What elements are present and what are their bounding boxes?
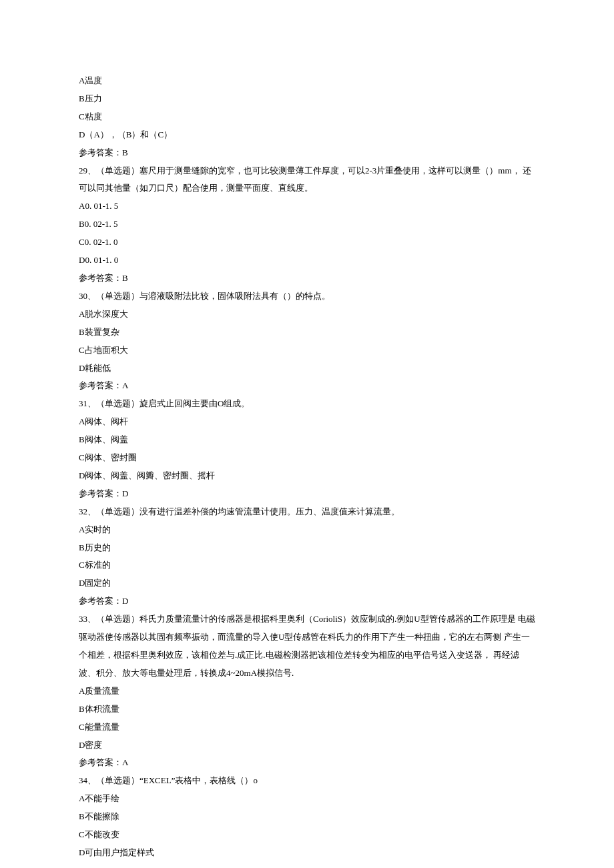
text-line: A实时的 — [79, 521, 535, 539]
text-line: C0. 02-1. 0 — [79, 234, 535, 252]
text-line: D耗能低 — [79, 360, 535, 378]
text-line: D密度 — [79, 737, 535, 755]
answer-line: 参考答案：B — [79, 270, 535, 288]
question-line: 32、（单选题）没有进行温差补偿的均速管流量计使用。压力、温度值来计算流量。 — [79, 503, 535, 521]
text-line: B体积流量 — [79, 701, 535, 719]
text-line: A0. 01-1. 5 — [79, 197, 535, 215]
text-line: C能量流量 — [79, 719, 535, 737]
answer-line: 参考答案：A — [79, 754, 535, 772]
text-line: A阀体、阀杆 — [79, 413, 535, 431]
text-line: D0. 01-1. 0 — [79, 252, 535, 270]
text-line: D（A），（B）和（C） — [79, 126, 535, 144]
text-line: C占地面积大 — [79, 342, 535, 360]
answer-line: 参考答案：D — [79, 485, 535, 503]
text-line: C不能改变 — [79, 826, 535, 844]
answer-line: 参考答案：B — [79, 144, 535, 162]
text-line: B历史的 — [79, 539, 535, 557]
text-line: B不能擦除 — [79, 808, 535, 826]
text-line: A脱水深度大 — [79, 306, 535, 324]
text-line: C标准的 — [79, 556, 535, 574]
text-line: D阀体、阀盖、阀瓣、密封圈、摇杆 — [79, 467, 535, 485]
answer-line: 参考答案：D — [79, 592, 535, 610]
question-line: 34、（单选题）“EXCEL”表格中，表格线（）o — [79, 772, 535, 790]
text-line: A质量流量 — [79, 683, 535, 701]
text-line: B0. 02-1. 5 — [79, 215, 535, 234]
question-line: 33、（单选题）科氏力质量流量计的传感器是根据科里奥利（CorioliS）效应制… — [79, 610, 535, 683]
question-line: 29、（单选题）塞尺用于测量缝隙的宽窄，也可比较测量薄工件厚度，可以2-3片重叠… — [79, 162, 535, 198]
text-line: C阀体、密封圈 — [79, 449, 535, 467]
text-line: B阀体、阀盖 — [79, 431, 535, 449]
question-line: 31、（单选题）旋启式止回阀主要由O组成。 — [79, 395, 535, 413]
question-line: 30、（单选题）与溶液吸附法比较，固体吸附法具有（）的特点。 — [79, 288, 535, 306]
text-line: B压力 — [79, 90, 535, 108]
text-line: D可由用户指定样式 — [79, 844, 535, 862]
text-line: C粘度 — [79, 108, 535, 126]
text-line: A温度 — [79, 72, 535, 90]
answer-line: 参考答案：A — [79, 377, 535, 395]
text-line: D固定的 — [79, 574, 535, 592]
text-line: A不能手绘 — [79, 790, 535, 808]
document-page: A温度 B压力 C粘度 D（A），（B）和（C） 参考答案：B 29、（单选题）… — [0, 0, 614, 868]
text-line: B装置复杂 — [79, 324, 535, 342]
